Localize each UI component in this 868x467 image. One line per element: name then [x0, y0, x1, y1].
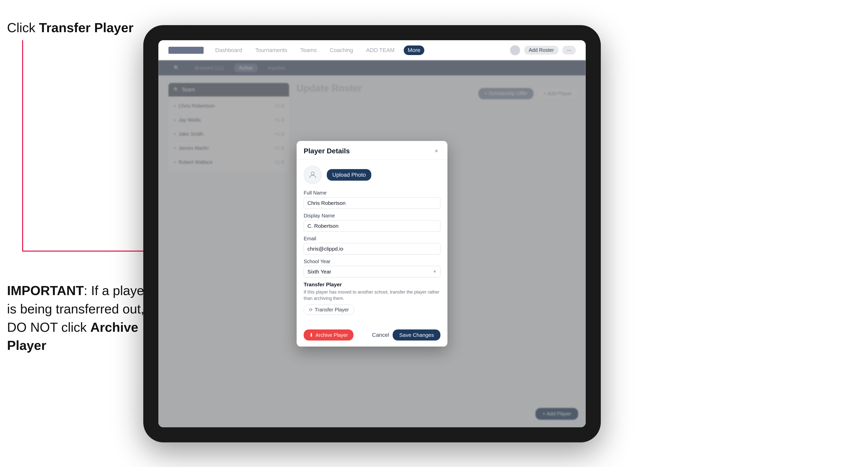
modal-title: Player Details — [304, 147, 350, 155]
nav-item-add-team[interactable]: ADD TEAM — [362, 45, 399, 55]
archive-player-button[interactable]: ⬇ Archive Player — [304, 330, 353, 341]
header-right: Add Roster ··· — [510, 45, 576, 55]
player-details-modal: Player Details × Upload Photo — [297, 141, 447, 347]
header-extra-btn[interactable]: ··· — [562, 46, 576, 55]
photo-row: Upload Photo — [304, 166, 440, 184]
upload-photo-button[interactable]: Upload Photo — [327, 169, 371, 181]
archive-icon: ⬇ — [309, 332, 313, 338]
transfer-section: Transfer Player If this player has moved… — [304, 281, 440, 315]
chevron-down-icon: ▼ — [433, 270, 437, 274]
cancel-button[interactable]: Cancel — [372, 332, 389, 338]
full-name-field-group: Full Name Chris Robertson — [304, 190, 440, 209]
app-logo — [168, 47, 204, 54]
modal-header: Player Details × — [297, 141, 447, 160]
instruction-important: IMPORTANT — [7, 283, 84, 298]
transfer-icon: ⟳ — [309, 307, 313, 313]
transfer-btn-label: Transfer Player — [315, 307, 349, 313]
save-changes-button[interactable]: Save Changes — [393, 330, 440, 341]
transfer-section-description: If this player has moved to another scho… — [304, 289, 440, 302]
school-year-select[interactable]: Sixth Year ▼ — [304, 266, 440, 278]
tablet-frame: Dashboard Tournaments Teams Coaching ADD… — [143, 25, 601, 442]
avatar — [510, 45, 520, 55]
modal-body: Upload Photo Full Name Chris Robertson D… — [297, 160, 447, 325]
instruction-bold: Transfer Player — [39, 20, 133, 35]
school-year-label: School Year — [304, 259, 440, 264]
nav-item-dashboard[interactable]: Dashboard — [211, 45, 246, 55]
display-name-label: Display Name — [304, 213, 440, 219]
display-name-input[interactable]: C. Robertson — [304, 220, 440, 232]
archive-btn-label: Archive Player — [315, 332, 348, 338]
nav-items: Dashboard Tournaments Teams Coaching ADD… — [211, 45, 502, 55]
main-content: 🔍 Broward (11) Active Inactive 🔍 Team — [158, 60, 586, 427]
nav-item-teams[interactable]: Teams — [297, 45, 321, 55]
full-name-label: Full Name — [304, 190, 440, 196]
transfer-section-title: Transfer Player — [304, 281, 440, 287]
modal-footer: ⬇ Archive Player Cancel Save Changes — [297, 325, 447, 347]
instruction-prefix: Click — [7, 20, 39, 35]
email-field-group: Email chris@clippd.io — [304, 236, 440, 255]
email-input[interactable]: chris@clippd.io — [304, 243, 440, 255]
instruction-bottom: IMPORTANT: If a player is being transfer… — [7, 281, 153, 355]
school-year-field-group: School Year Sixth Year ▼ — [304, 259, 440, 278]
instruction-top: Click Transfer Player — [7, 20, 133, 35]
nav-item-more[interactable]: More — [404, 45, 424, 55]
tablet-screen: Dashboard Tournaments Teams Coaching ADD… — [158, 40, 586, 427]
footer-right-buttons: Cancel Save Changes — [372, 330, 440, 341]
email-label: Email — [304, 236, 440, 242]
app-header: Dashboard Tournaments Teams Coaching ADD… — [158, 40, 586, 60]
avatar-placeholder — [304, 166, 322, 184]
nav-item-coaching[interactable]: Coaching — [326, 45, 357, 55]
nav-item-tournaments[interactable]: Tournaments — [251, 45, 291, 55]
school-year-value: Sixth Year — [307, 269, 331, 275]
add-roster-button[interactable]: Add Roster — [524, 46, 558, 55]
svg-point-0 — [311, 172, 314, 175]
full-name-input[interactable]: Chris Robertson — [304, 197, 440, 209]
close-button[interactable]: × — [432, 147, 440, 155]
display-name-field-group: Display Name C. Robertson — [304, 213, 440, 232]
annotation-vertical-line — [22, 40, 23, 251]
transfer-player-button[interactable]: ⟳ Transfer Player — [304, 305, 354, 315]
